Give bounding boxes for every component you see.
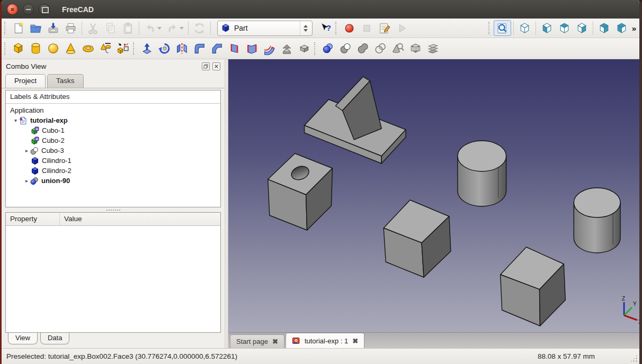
cone-button[interactable] <box>62 41 79 57</box>
new-document-button[interactable] <box>10 20 27 36</box>
toolbar-drag-handle[interactable] <box>488 22 492 34</box>
expander-icon[interactable]: ▸ <box>23 178 30 184</box>
offset-button[interactable] <box>278 41 296 57</box>
tab-tutorial-exp[interactable]: tutorial-exp : 1 ✖ <box>286 333 364 348</box>
toolbar-drag-handle[interactable] <box>4 22 7 34</box>
shape-builder-button[interactable] <box>114 41 132 57</box>
panel-resize-splitter[interactable] <box>225 59 228 348</box>
macro-edit-button[interactable] <box>376 20 393 36</box>
box-modified-icon <box>31 126 39 135</box>
panel-splitter[interactable] <box>5 207 221 212</box>
tab-tasks[interactable]: Tasks <box>47 74 84 88</box>
panel-float-button[interactable] <box>202 62 210 70</box>
boolean-union-button[interactable] <box>354 41 372 57</box>
torus-button[interactable] <box>79 41 97 57</box>
view-right-button[interactable] <box>573 20 591 36</box>
expander-icon[interactable]: ▸ <box>23 148 30 153</box>
tab-close-icon[interactable]: ✖ <box>352 337 358 345</box>
box-button[interactable] <box>10 41 27 57</box>
cube-with-hole-object[interactable] <box>268 153 333 230</box>
toolbar-drag-handle[interactable] <box>4 42 7 55</box>
workbench-selector[interactable]: Part <box>217 21 313 36</box>
view-axonometric-button[interactable] <box>516 20 533 36</box>
toolbar-drag-handle[interactable] <box>133 42 136 55</box>
toolbar-overflow-button[interactable]: » <box>632 24 636 33</box>
cube-object[interactable] <box>384 200 451 277</box>
workbench-spinner[interactable] <box>300 21 311 35</box>
whats-this-button[interactable] <box>317 20 334 36</box>
resize-grip-icon[interactable] <box>630 354 638 362</box>
boolean-intersection-button[interactable] <box>372 41 389 57</box>
view-rear-button[interactable] <box>595 20 613 36</box>
value-column-header[interactable]: Value <box>60 213 220 225</box>
view-top-button[interactable] <box>556 20 573 36</box>
create-primitives-button[interactable] <box>97 41 114 57</box>
loft-button[interactable] <box>243 41 261 57</box>
tree-item-document[interactable]: ▾ tutorial-exp <box>6 115 220 125</box>
property-list[interactable] <box>6 226 220 332</box>
combo-view-titlebar[interactable]: Combo View <box>2 59 225 73</box>
cylinder-object[interactable] <box>574 188 620 253</box>
window-maximize-button[interactable] <box>39 4 50 15</box>
union-bracket-object[interactable] <box>305 77 406 163</box>
fit-all-button[interactable] <box>494 20 511 36</box>
sphere-button[interactable] <box>44 41 62 57</box>
window-close-button[interactable] <box>7 4 18 15</box>
window-minimize-button[interactable] <box>23 4 34 15</box>
cylinder-object[interactable] <box>458 141 506 206</box>
save-document-button[interactable] <box>44 20 62 36</box>
axis-y-label: Y <box>633 301 637 307</box>
section-button[interactable] <box>407 41 424 57</box>
toolbar-drag-handle[interactable] <box>335 22 338 34</box>
copy-button[interactable] <box>102 20 119 36</box>
tree-item[interactable]: Cubo-1 <box>6 125 220 135</box>
cylinder-button[interactable] <box>27 41 44 57</box>
ruled-surface-button[interactable] <box>226 41 243 57</box>
extrude-button[interactable] <box>138 41 156 57</box>
macro-stop-button[interactable] <box>358 20 376 36</box>
tree-root-application[interactable]: Application <box>6 105 220 115</box>
tab-data[interactable]: Data <box>40 333 69 344</box>
tree-item[interactable]: Cilindro-2 <box>6 166 220 176</box>
cut-button[interactable] <box>84 20 102 36</box>
paste-button[interactable] <box>119 20 137 36</box>
tab-start-page[interactable]: Start page ✖ <box>230 334 284 348</box>
expander-icon[interactable]: ▾ <box>12 117 19 123</box>
cross-sections-icon <box>426 42 440 55</box>
boolean-intersection-icon <box>374 42 387 55</box>
property-column-header[interactable]: Property <box>6 213 60 225</box>
undo-button[interactable] <box>141 20 159 36</box>
view-left-button[interactable] <box>613 20 630 36</box>
sweep-button[interactable] <box>261 41 278 57</box>
redo-button[interactable] <box>164 20 181 36</box>
3d-viewport[interactable]: Z Y X <box>228 59 639 332</box>
tab-view[interactable]: View <box>8 333 38 344</box>
cube-object[interactable] <box>501 247 566 326</box>
tree-item[interactable]: ▸ union-90 <box>6 176 220 186</box>
cylinder-icon <box>29 42 42 55</box>
view-front-button[interactable] <box>538 20 556 36</box>
macro-record-button[interactable] <box>341 20 358 36</box>
print-button[interactable] <box>62 20 79 36</box>
titlebar[interactable]: FreeCAD <box>2 0 639 19</box>
tree-item[interactable]: ▸ Cubo-3 <box>6 145 220 156</box>
thickness-button[interactable] <box>296 41 313 57</box>
tree-item[interactable]: Cubo-2 <box>6 135 220 145</box>
mirror-button[interactable] <box>173 41 191 57</box>
toolbar-separator <box>593 21 593 35</box>
panel-close-button[interactable] <box>212 62 220 70</box>
chamfer-button[interactable] <box>208 41 226 57</box>
tab-close-icon[interactable]: ✖ <box>272 338 278 345</box>
check-geometry-button[interactable] <box>389 41 407 57</box>
make-compound-button[interactable] <box>319 41 337 57</box>
fillet-button[interactable] <box>191 41 208 57</box>
revolve-button[interactable] <box>156 41 173 57</box>
tree-item[interactable]: Cilindro-1 <box>6 156 220 166</box>
tab-project[interactable]: Project <box>5 74 46 88</box>
boolean-cut-button[interactable] <box>337 41 354 57</box>
refresh-button[interactable] <box>191 20 208 36</box>
cross-sections-button[interactable] <box>424 41 442 57</box>
toolbar-drag-handle[interactable] <box>314 42 317 55</box>
macro-play-button[interactable] <box>393 20 411 36</box>
open-document-button[interactable] <box>27 20 44 36</box>
